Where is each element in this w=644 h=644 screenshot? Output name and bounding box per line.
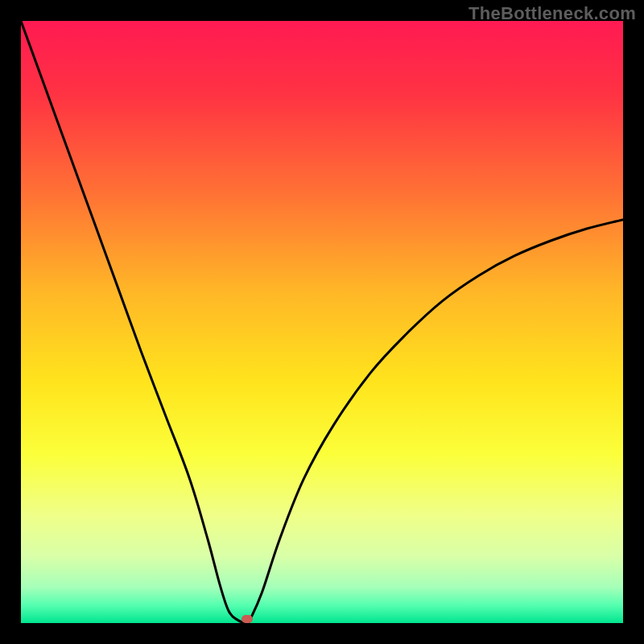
chart-frame: TheBottleneck.com — [0, 0, 644, 644]
optimal-marker — [242, 615, 253, 623]
bottleneck-curve — [21, 21, 623, 623]
plot-area — [21, 21, 623, 623]
watermark-text: TheBottleneck.com — [469, 3, 636, 24]
